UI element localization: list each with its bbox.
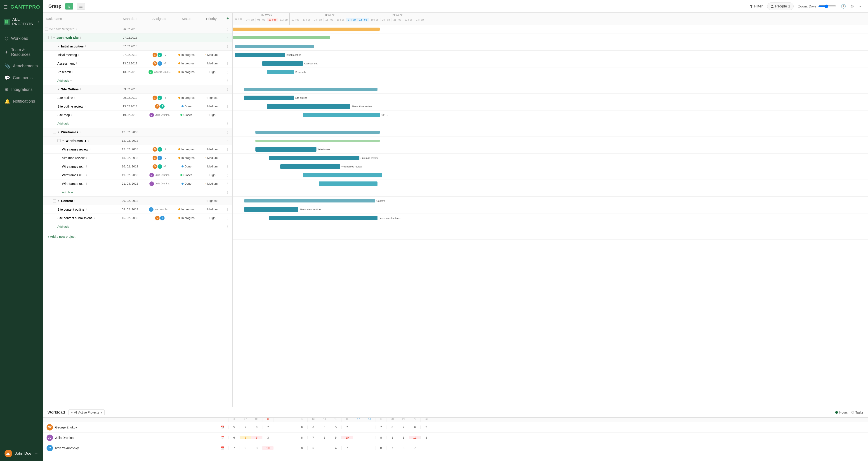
info-icon[interactable]: ℹ: [80, 88, 81, 91]
people-button[interactable]: People 1: [767, 2, 794, 10]
add-task-button[interactable]: Add task: [62, 190, 73, 194]
row-more[interactable]: ⋮: [224, 215, 230, 220]
task-checkbox[interactable]: [53, 88, 56, 91]
gantt-bar[interactable]: [244, 207, 298, 212]
gantt-bar[interactable]: [269, 156, 360, 160]
row-more[interactable]: ⋮: [224, 52, 230, 57]
row-more[interactable]: ⋮: [224, 69, 230, 74]
expand-icon[interactable]: ▼: [57, 199, 60, 202]
calendar-icon[interactable]: 📅: [221, 446, 224, 450]
task-checkbox[interactable]: [57, 139, 61, 142]
gantt-bar[interactable]: [303, 173, 382, 177]
task-checkbox[interactable]: [53, 45, 56, 48]
gantt-bar[interactable]: [244, 88, 377, 91]
row-more[interactable]: ⋮: [224, 138, 230, 143]
info-icon[interactable]: ℹ: [76, 62, 77, 65]
task-checkbox[interactable]: [53, 199, 56, 203]
sidebar-item-comments[interactable]: 💬 Comments: [0, 72, 43, 84]
task-checkbox[interactable]: [53, 131, 56, 134]
filter-button[interactable]: Filter: [749, 4, 763, 8]
row-more[interactable]: ⋮: [224, 78, 230, 83]
info-icon[interactable]: ℹ: [86, 156, 87, 159]
row-more[interactable]: ⋮: [224, 207, 230, 212]
row-more[interactable]: ⋮: [224, 112, 230, 118]
expand-icon[interactable]: ▼: [53, 36, 55, 39]
task-checkbox[interactable]: [49, 36, 52, 39]
project-filter-dropdown[interactable]: ● All Active Projects ▾: [68, 409, 105, 416]
info-icon[interactable]: ℹ: [80, 131, 81, 134]
calendar-icon[interactable]: 📅: [221, 436, 224, 439]
row-more[interactable]: ⋮: [224, 224, 230, 229]
calendar-icon[interactable]: 📅: [221, 426, 224, 429]
info-icon[interactable]: ℹ: [85, 105, 86, 108]
user-more-icon[interactable]: ⋯: [35, 452, 38, 456]
row-more[interactable]: ⋮: [224, 190, 230, 195]
info-icon[interactable]: ℹ: [76, 28, 77, 31]
info-icon[interactable]: ℹ: [86, 174, 87, 177]
list-view-button[interactable]: [77, 3, 85, 10]
gantt-bar[interactable]: [244, 96, 294, 100]
hamburger-icon[interactable]: ☰: [4, 4, 8, 10]
row-more[interactable]: ⋮: [224, 198, 230, 204]
sidebar-item-notifications[interactable]: 🔔 Notifications: [0, 95, 43, 107]
row-more[interactable]: ⋮: [224, 26, 230, 32]
gantt-bar[interactable]: [267, 70, 294, 74]
gantt-bar[interactable]: [267, 104, 350, 109]
expand-icon[interactable]: ▼: [62, 140, 64, 142]
more-icon[interactable]: ⋯: [859, 4, 863, 9]
row-more[interactable]: ⋮: [224, 147, 230, 152]
info-icon[interactable]: ℹ: [74, 199, 75, 203]
gantt-bar[interactable]: [233, 28, 380, 31]
zoom-slider[interactable]: [818, 4, 836, 8]
info-icon[interactable]: ℹ: [85, 45, 86, 48]
add-project-button[interactable]: + Add a new project: [48, 235, 75, 238]
gantt-bar[interactable]: [319, 181, 377, 186]
gantt-bar[interactable]: [262, 61, 303, 66]
row-more[interactable]: ⋮: [224, 104, 230, 109]
info-icon[interactable]: ℹ: [71, 114, 72, 117]
row-more[interactable]: ⋮: [224, 87, 230, 92]
expand-icon[interactable]: ▼: [57, 88, 60, 90]
add-task-row[interactable]: Add task: [43, 224, 115, 229]
row-more[interactable]: ⋮: [224, 164, 230, 169]
info-icon[interactable]: ℹ: [86, 208, 87, 211]
info-icon[interactable]: ℹ: [90, 148, 91, 151]
hours-toggle[interactable]: Hours: [835, 410, 848, 414]
add-task-icon[interactable]: +: [70, 79, 72, 82]
gantt-bar[interactable]: [255, 140, 380, 142]
row-more[interactable]: ⋮: [224, 61, 230, 66]
add-task-row[interactable]: Add task: [43, 121, 115, 126]
add-task-row[interactable]: Add task: [43, 190, 115, 195]
expand-icon[interactable]: ▼: [57, 131, 60, 133]
add-task-row[interactable]: Add task +: [43, 78, 115, 83]
info-icon[interactable]: ℹ: [80, 36, 81, 39]
row-more[interactable]: ⋮: [224, 43, 230, 49]
add-task-button[interactable]: Add task: [57, 225, 69, 228]
all-projects-section[interactable]: ALL PROJECTS ›: [0, 14, 43, 30]
gantt-bar[interactable]: [269, 216, 377, 220]
gantt-bar[interactable]: [280, 164, 340, 169]
expand-icon[interactable]: ▼: [57, 45, 60, 48]
row-more[interactable]: ⋮: [224, 35, 230, 40]
sidebar-item-integrations[interactable]: ⚙ Integrations: [0, 84, 43, 95]
sidebar-item-workload[interactable]: ⬡ Workload: [0, 33, 43, 44]
info-icon[interactable]: ℹ: [94, 216, 95, 220]
settings-icon[interactable]: ⚙: [850, 4, 854, 9]
gantt-bar[interactable]: [255, 147, 316, 152]
row-more[interactable]: ⋮: [224, 121, 230, 126]
info-icon[interactable]: ℹ: [78, 53, 79, 57]
sidebar-item-attachments[interactable]: 📎 Attachements: [0, 60, 43, 72]
sidebar-item-team[interactable]: ✦ Team & Resources: [0, 44, 43, 60]
row-more[interactable]: ⋮: [224, 129, 230, 135]
tasks-toggle[interactable]: Tasks: [851, 410, 864, 414]
info-icon[interactable]: ℹ: [72, 70, 73, 74]
row-more[interactable]: ⋮: [224, 155, 230, 160]
gantt-view-button[interactable]: [65, 3, 73, 10]
info-icon[interactable]: ℹ: [74, 96, 75, 99]
info-icon[interactable]: ℹ: [86, 165, 87, 168]
gantt-bar[interactable]: [235, 45, 314, 48]
row-more[interactable]: ⋮: [224, 173, 230, 178]
gantt-bar[interactable]: [244, 199, 375, 203]
gantt-bar[interactable]: [233, 36, 330, 39]
history-icon[interactable]: 🕐: [841, 4, 846, 9]
